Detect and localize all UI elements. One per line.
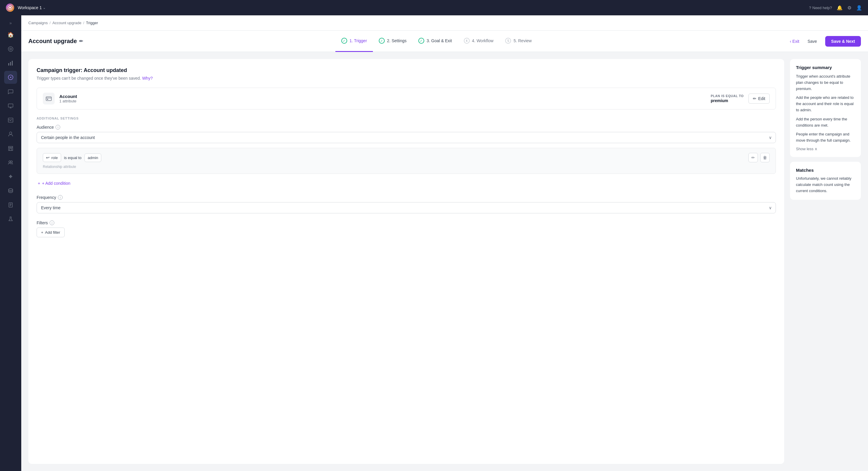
svg-point-15 bbox=[8, 189, 13, 190]
tab-trigger-check: ✓ bbox=[341, 38, 347, 44]
sidebar-item-data[interactable] bbox=[4, 184, 17, 197]
condition-tag-label: role bbox=[51, 156, 58, 160]
svg-rect-4 bbox=[8, 63, 9, 65]
condition-actions: ✏ 🗑 bbox=[748, 153, 770, 162]
sidebar-item-labs[interactable] bbox=[4, 213, 17, 225]
account-card: Account 1 attribute PLAN IS EQUAL TO pre… bbox=[37, 88, 776, 109]
campaign-trigger-title: Campaign trigger: Account updated bbox=[37, 67, 776, 73]
show-less-chevron-icon: ∧ bbox=[814, 147, 817, 151]
svg-point-12 bbox=[9, 161, 11, 163]
relationship-icon: ↩ bbox=[46, 155, 50, 160]
svg-point-2 bbox=[8, 46, 13, 51]
breadcrumb-trigger: Trigger bbox=[86, 21, 98, 25]
edit-title-icon[interactable]: ✏ bbox=[79, 38, 83, 44]
edit-condition-icon: ✏ bbox=[751, 155, 755, 160]
exit-button[interactable]: ‹ Exit bbox=[790, 39, 799, 44]
edit-account-button[interactable]: ✏ Edit bbox=[748, 94, 770, 103]
edit-condition-button[interactable]: ✏ bbox=[748, 153, 758, 162]
filters-info-icon[interactable]: i bbox=[50, 220, 54, 225]
matches-title: Matches bbox=[796, 168, 855, 172]
tab-settings-check: ✓ bbox=[379, 38, 385, 44]
add-filter-icon: + bbox=[41, 230, 43, 234]
sidebar-item-campaigns[interactable] bbox=[4, 71, 17, 84]
tab-review[interactable]: 5 5. Review bbox=[499, 31, 537, 52]
frequency-select[interactable]: Every time bbox=[37, 202, 776, 213]
show-less-button[interactable]: Show less ∧ bbox=[796, 147, 817, 151]
svg-point-1 bbox=[9, 7, 11, 8]
save-button[interactable]: Save bbox=[803, 37, 822, 46]
account-card-sub: 1 attribute bbox=[59, 99, 706, 103]
matches-text: Unfortunately, we cannot reliably calcul… bbox=[796, 176, 855, 194]
sidebar-item-people[interactable] bbox=[4, 127, 17, 140]
user-icon[interactable]: 👤 bbox=[856, 5, 862, 11]
trigger-summary-card: Trigger summary Trigger when account's a… bbox=[790, 59, 861, 157]
notifications-icon[interactable]: 🔔 bbox=[837, 5, 843, 11]
svg-point-3 bbox=[10, 48, 11, 50]
delete-condition-icon: 🗑 bbox=[763, 155, 767, 160]
frequency-label: Frequency i bbox=[37, 195, 776, 200]
breadcrumb-campaigns[interactable]: Campaigns bbox=[28, 21, 48, 25]
tab-goal-check: ✓ bbox=[418, 38, 424, 44]
svg-rect-8 bbox=[8, 104, 13, 107]
summary-line-3: Add the person every time the conditions… bbox=[796, 116, 855, 129]
workspace-name[interactable]: Workspace 1 ⌄ bbox=[18, 5, 46, 10]
sidebar-item-screens[interactable] bbox=[4, 99, 17, 112]
tab-goal[interactable]: ✓ 3. Goal & Exit bbox=[412, 31, 458, 52]
breadcrumb: Campaigns / Account upgrade / Trigger bbox=[28, 21, 98, 25]
audience-select[interactable]: Certain people in the account All people… bbox=[37, 132, 776, 143]
sidebar-item-home[interactable]: 🏠 bbox=[4, 28, 17, 41]
save-next-button[interactable]: Save & Next bbox=[825, 36, 861, 46]
breadcrumb-bar: Campaigns / Account upgrade / Trigger bbox=[21, 15, 868, 31]
additional-settings-label: ADDITIONAL SETTINGS bbox=[37, 117, 776, 120]
summary-line-4: People enter the campaign and move throu… bbox=[796, 131, 855, 144]
sidebar-item-analytics[interactable] bbox=[4, 57, 17, 70]
campaign-trigger-subtitle: Trigger types can't be changed once they… bbox=[37, 76, 776, 81]
header-tabs: ✓ 1. Trigger ✓ 2. Settings ✓ 3. Goal & E… bbox=[88, 31, 785, 52]
sidebar-item-messages[interactable] bbox=[4, 85, 17, 98]
add-condition-button[interactable]: + + Add condition bbox=[37, 179, 71, 188]
main-panel: Campaign trigger: Account updated Trigge… bbox=[28, 59, 784, 464]
account-card-info: Account 1 attribute bbox=[59, 94, 706, 103]
matches-card: Matches Unfortunately, we cannot reliabl… bbox=[790, 162, 861, 200]
breadcrumb-account-upgrade[interactable]: Account upgrade bbox=[52, 21, 81, 25]
sidebar-item-company[interactable] bbox=[4, 142, 17, 155]
account-card-icon bbox=[43, 93, 55, 104]
content-area: Campaign trigger: Account updated Trigge… bbox=[21, 52, 868, 471]
condition-tag-role[interactable]: ↩ role bbox=[43, 153, 61, 162]
add-filter-button[interactable]: + Add filter bbox=[37, 227, 65, 237]
account-card-name: Account bbox=[59, 94, 706, 99]
condition-row: ↩ role is equal to admin ✏ 🗑 bbox=[43, 153, 770, 162]
sidebar-item-inbox[interactable] bbox=[4, 113, 17, 126]
chevron-left-icon: ‹ bbox=[790, 39, 791, 44]
sidebar-item-dashboard[interactable] bbox=[4, 42, 17, 56]
sidebar-item-segments[interactable] bbox=[4, 156, 17, 169]
tab-review-check: 5 bbox=[505, 38, 511, 44]
tab-settings[interactable]: ✓ 2. Settings bbox=[373, 31, 412, 52]
sidebar-expand-button[interactable]: » bbox=[4, 19, 17, 27]
frequency-info-icon[interactable]: i bbox=[58, 195, 63, 200]
svg-rect-6 bbox=[12, 61, 13, 65]
audience-info-icon[interactable]: i bbox=[56, 125, 60, 130]
svg-rect-5 bbox=[10, 62, 11, 65]
condition-value[interactable]: admin bbox=[85, 153, 101, 162]
svg-rect-18 bbox=[47, 99, 48, 100]
sidebar-item-integrations[interactable] bbox=[4, 170, 17, 183]
condition-operator: is equal to bbox=[64, 156, 82, 160]
summary-line-1: Trigger when account's attribute plan ch… bbox=[796, 73, 855, 92]
tab-workflow[interactable]: 4 4. Workflow bbox=[458, 31, 500, 52]
summary-line-2: Add the people who are related to the ac… bbox=[796, 95, 855, 113]
svg-point-10 bbox=[9, 132, 12, 134]
sidebar-item-reports[interactable] bbox=[4, 198, 17, 211]
help-link[interactable]: ? Need help? bbox=[809, 6, 832, 10]
workspace-chevron-icon: ⌄ bbox=[43, 6, 46, 10]
tab-trigger[interactable]: ✓ 1. Trigger bbox=[335, 31, 373, 52]
header-actions: ‹ Exit Save Save & Next bbox=[790, 36, 861, 46]
sidebar: » 🏠 bbox=[0, 15, 21, 471]
audience-select-wrapper: Certain people in the account All people… bbox=[37, 132, 776, 143]
why-link[interactable]: Why? bbox=[142, 76, 153, 81]
badge-label: PLAN IS EQUAL TO bbox=[711, 94, 744, 98]
delete-condition-button[interactable]: 🗑 bbox=[760, 153, 770, 162]
edit-icon: ✏ bbox=[753, 96, 756, 101]
audience-label: Audience i bbox=[37, 125, 776, 130]
settings-icon[interactable]: ⚙ bbox=[847, 5, 851, 11]
